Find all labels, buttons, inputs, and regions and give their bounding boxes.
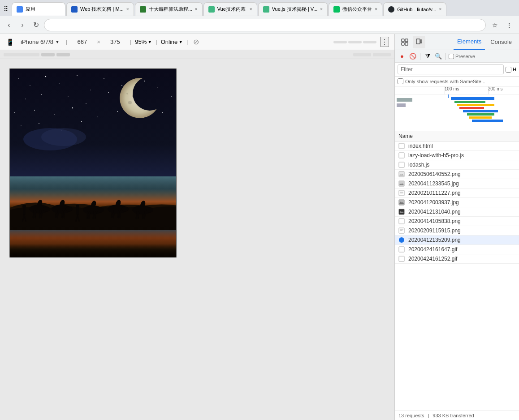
device-viewport[interactable] <box>0 59 394 420</box>
file-name-jpg1: 20200411233545.jpg <box>408 180 515 187</box>
svg-rect-65 <box>399 162 404 167</box>
hide-data-urls-label[interactable]: H <box>506 67 516 73</box>
bar-green-1 <box>454 101 485 103</box>
phone-frame <box>9 68 177 258</box>
bar-blue-3 <box>472 120 503 122</box>
tab-apps[interactable]: 应用 <box>12 2 65 16</box>
timeline-100ms: 100 ms <box>445 86 459 91</box>
svg-rect-64 <box>399 153 404 158</box>
rotate-btn[interactable]: ⊘ <box>192 38 201 47</box>
svg-point-2 <box>45 76 46 77</box>
file-list[interactable]: index.html lazy-load-with-h5-pro.js loda… <box>395 141 519 411</box>
tab-github[interactable]: GitHub - liutao/v... × <box>383 2 446 16</box>
file-name-lodash: lodash.js <box>408 162 515 168</box>
bar-green-2 <box>467 113 494 116</box>
apps-icon[interactable]: ⠿ <box>4 5 8 13</box>
hide-data-urls-checkbox[interactable] <box>506 67 511 73</box>
reload-button[interactable]: ↻ <box>30 20 41 30</box>
device-toggle-button[interactable] <box>413 36 425 48</box>
file-item-gif1[interactable]: 20200424161647.gif <box>395 245 519 254</box>
width-input[interactable] <box>71 39 93 45</box>
tab-algo[interactable]: 十大编程算法助程... × <box>135 2 203 16</box>
file-item-jpg1[interactable]: 20200411233545.jpg <box>395 179 519 189</box>
more-button[interactable]: ⋮ <box>380 37 389 47</box>
device-name: iPhone 6/7/8 <box>21 39 53 45</box>
camels-svg <box>19 197 171 223</box>
main-area: 📱 iPhone 6/7/8 ▼ | × | 95% ▼ | Online ▼ <box>0 34 519 420</box>
tab-vue2[interactable]: Vue.js 技术揭秘 | V... × <box>258 2 328 16</box>
tab-close-2[interactable]: × <box>126 7 129 12</box>
tab-close-7[interactable]: × <box>439 7 441 12</box>
preserve-checkbox[interactable] <box>449 54 454 59</box>
menu-button[interactable]: ⋮ <box>503 19 515 31</box>
file-icon-gif1 <box>398 246 405 253</box>
svg-point-12 <box>108 92 109 93</box>
filter-button[interactable]: ⧩ <box>423 52 432 61</box>
file-item-png6[interactable]: 20200412135209.png <box>395 236 519 245</box>
zoom-dropdown-icon: ▼ <box>147 39 152 44</box>
tab-favicon-4 <box>208 6 215 13</box>
file-item-png5[interactable]: 20200209115915.png <box>395 226 519 236</box>
svg-line-42 <box>24 215 26 222</box>
online-selector[interactable]: Online ▼ <box>161 39 183 45</box>
tab-vue1[interactable]: Vue技术内幕 × <box>203 2 257 16</box>
file-icon-gif2 <box>398 256 405 262</box>
tab-favicon-3 <box>140 6 146 13</box>
file-item-png4[interactable]: 20200414105838.png <box>395 217 519 226</box>
samesite-filter-row: Only show requests with SameSite... <box>395 77 519 86</box>
samesite-checkbox[interactable] <box>398 78 403 84</box>
back-button[interactable]: ‹ <box>4 20 14 30</box>
dim-sep4: | <box>186 39 188 45</box>
height-input[interactable] <box>104 39 126 45</box>
inspect-button[interactable] <box>398 36 411 48</box>
tab-close-6[interactable]: × <box>375 7 377 12</box>
scroll-indicators <box>333 37 376 47</box>
hero-image <box>10 69 177 257</box>
forward-button[interactable]: › <box>17 20 28 30</box>
bar-blue-1 <box>451 97 494 100</box>
svg-point-4 <box>77 75 78 76</box>
file-icon-html <box>398 143 405 149</box>
file-item-lodash[interactable]: lodash.js <box>395 160 519 170</box>
file-item-png1[interactable]: 20200506140552.png <box>395 170 519 179</box>
timeline-time-ruler: 100 ms 200 ms <box>395 86 519 94</box>
file-item-lazy-load[interactable]: lazy-load-with-h5-pro.js <box>395 151 519 160</box>
zoom-selector[interactable]: 95% ▼ <box>135 39 152 45</box>
svg-rect-59 <box>402 43 404 45</box>
browser-toolbar: ‹ › ↻ ☆ ⋮ <box>0 16 519 34</box>
tab-close-5[interactable]: × <box>320 7 323 12</box>
device-dropdown-icon: ▼ <box>55 39 60 44</box>
tab-console[interactable]: Console <box>487 34 515 50</box>
svg-point-37 <box>126 93 128 94</box>
clear-button[interactable]: 🚫 <box>408 52 417 61</box>
filter-input[interactable] <box>398 64 504 74</box>
file-item-jpg2[interactable]: 20200412003937.jpg <box>395 198 519 207</box>
timeline-cursor <box>448 94 449 98</box>
tab-wechat[interactable]: 微信公众平台 × <box>329 2 382 16</box>
file-item-png2[interactable]: 20200210111227.png <box>395 189 519 198</box>
bookmark-button[interactable]: ☆ <box>489 19 501 31</box>
bar-red-1 <box>459 107 484 109</box>
online-dropdown-icon: ▼ <box>178 39 183 44</box>
tab-label-5: Vue.js 技术揭秘 | V... <box>272 6 318 13</box>
responsive-icon[interactable]: 📱 <box>5 38 14 47</box>
network-toolbar: ● 🚫 ⧩ 🔍 Preserve <box>395 50 519 63</box>
preserve-label[interactable]: Preserve <box>449 54 475 59</box>
scroll-bar-2 <box>348 41 362 43</box>
tab-close-4[interactable]: × <box>250 7 252 12</box>
tab-elements[interactable]: Elements <box>454 34 485 50</box>
bar-yellow-1 <box>457 104 494 106</box>
svg-point-54 <box>121 206 129 212</box>
device-selector[interactable]: iPhone 6/7/8 ▼ <box>18 38 62 46</box>
tab-webdocs[interactable]: Web 技术文档 | M... × <box>66 2 134 16</box>
address-bar[interactable] <box>44 19 486 31</box>
file-name-png6: 20200412135209.png <box>408 237 515 243</box>
svg-point-39 <box>22 205 26 208</box>
file-item-png3[interactable]: 20200412131040.png <box>395 207 519 217</box>
file-item-index-html[interactable]: index.html <box>395 141 519 151</box>
file-item-gif2[interactable]: 20200424161252.gif <box>395 254 519 264</box>
record-button[interactable]: ● <box>398 52 407 61</box>
search-button[interactable]: 🔍 <box>434 52 443 61</box>
tab-close-3[interactable]: × <box>195 7 198 12</box>
zoom-value: 95% <box>135 39 147 45</box>
